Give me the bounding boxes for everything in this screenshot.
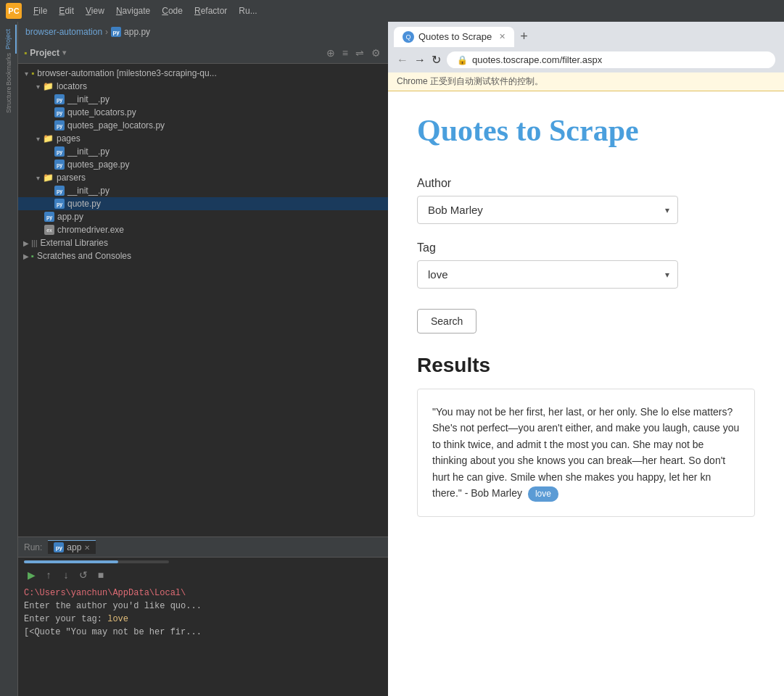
- breadcrumb: browser-automation › py app.py: [18, 22, 388, 42]
- run-tab-icon: py: [54, 542, 64, 552]
- tree-quote-locators-label: quote_locators.py: [67, 107, 136, 117]
- tree-parsers[interactable]: ▾ 📁 parsers: [18, 171, 388, 184]
- menu-refactor[interactable]: Refactor: [190, 4, 231, 17]
- back-btn[interactable]: ←: [397, 54, 408, 67]
- tree-quote-locators[interactable]: py quote_locators.py: [18, 106, 388, 119]
- toolbar-structure-btn[interactable]: ≡: [341, 46, 350, 60]
- tree-quotes-page-locators[interactable]: py quotes_page_locators.py: [18, 119, 388, 132]
- tree-folder-icon-pages: 📁: [43, 133, 54, 144]
- automation-bar: Chrome 正受到自动测试软件的控制。: [388, 72, 784, 91]
- run-tab-bar: Run: py app ✕: [18, 537, 388, 558]
- quote-tag[interactable]: love: [528, 486, 558, 502]
- tree-py-icon-4: py: [54, 146, 65, 157]
- run-stop-btn[interactable]: ■: [94, 568, 108, 582]
- tree-quotes-page[interactable]: py quotes_page.py: [18, 158, 388, 171]
- tree-pages[interactable]: ▾ 📁 pages: [18, 132, 388, 145]
- sidebar-project-icon[interactable]: Project: [1, 25, 17, 54]
- terminal-line-1: C:\Users\yanchun\AppData\Local\: [24, 587, 382, 600]
- tree-py-icon: py: [54, 94, 65, 104]
- run-tab[interactable]: py app ✕: [48, 540, 96, 554]
- py-file-icon: py: [111, 27, 121, 37]
- menu-file[interactable]: File: [29, 4, 51, 17]
- results-title: Results: [417, 354, 755, 377]
- run-up-btn[interactable]: ↑: [41, 568, 56, 582]
- sidebar-bookmarks-icon[interactable]: Bookmarks: [1, 55, 17, 84]
- author-select[interactable]: Bob Marley: [417, 196, 678, 224]
- menu-view[interactable]: View: [81, 4, 109, 17]
- file-tree: ▾ ▪ browser-automation [milestone3-scrap…: [18, 64, 388, 536]
- tree-folder-icon-locators: 📁: [43, 81, 54, 91]
- tree-py-icon-7: py: [54, 199, 65, 209]
- project-label: ▪ Project ▾: [24, 48, 66, 58]
- author-group: Author Bob Marley ▾: [417, 177, 755, 224]
- toolbar-split-btn[interactable]: ⇌: [354, 46, 366, 60]
- tree-locators-init[interactable]: py __init__.py: [18, 93, 388, 106]
- reload-btn[interactable]: ↻: [432, 53, 441, 67]
- tree-arrow-ext: ▶: [21, 239, 31, 247]
- tree-chromedriver[interactable]: ex chromedriver.exe: [18, 223, 388, 236]
- bottom-panel: Run: py app ✕ ▶ ↑ ↓ ↺ ■: [18, 536, 388, 696]
- sidebar-icons: Project Bookmarks Structure: [0, 22, 18, 696]
- tree-root[interactable]: ▾ ▪ browser-automation [milestone3-scrap…: [18, 67, 388, 80]
- tree-pages-init-label: __init__.py: [67, 146, 110, 157]
- tree-quote-py-label: quote.py: [67, 199, 101, 209]
- sidebar-structure-icon[interactable]: Structure: [1, 86, 17, 115]
- tree-arrow-root: ▾: [21, 70, 31, 78]
- progress-bar-wrap: [24, 560, 169, 563]
- terminal-output: C:\Users\yanchun\AppData\Local\ Enter th…: [18, 584, 388, 696]
- menu-navigate[interactable]: Navigate: [112, 4, 154, 17]
- tree-external-libs[interactable]: ▶ ||| External Libraries: [18, 236, 388, 249]
- tree-parsers-init[interactable]: py __init__.py: [18, 184, 388, 197]
- tree-arrow-pages: ▾: [33, 135, 43, 143]
- tree-quote-py[interactable]: py quote.py: [18, 197, 388, 210]
- run-tab-label: app: [67, 542, 81, 552]
- run-tab-close[interactable]: ✕: [84, 544, 90, 552]
- tree-pages-init[interactable]: py __init__.py: [18, 145, 388, 158]
- tree-locators[interactable]: ▾ 📁 locators: [18, 80, 388, 93]
- tree-py-icon-8: py: [44, 212, 54, 222]
- menu-edit[interactable]: Edit: [54, 4, 78, 17]
- breadcrumb-file[interactable]: py app.py: [111, 27, 150, 37]
- toolbar-add-btn[interactable]: ⊕: [325, 46, 337, 60]
- run-rerun-btn[interactable]: ↺: [76, 568, 91, 582]
- menu-run[interactable]: Ru...: [234, 4, 261, 17]
- toolbar-settings-btn[interactable]: ⚙: [370, 46, 382, 60]
- tag-label: Tag: [417, 241, 755, 254]
- tree-scratches[interactable]: ▶ ▪ Scratches and Consoles: [18, 249, 388, 262]
- tree-locators-label: locators: [57, 81, 87, 91]
- project-dropdown-arrow[interactable]: ▾: [62, 49, 66, 57]
- tab-favicon: Q: [403, 31, 414, 43]
- url-bar[interactable]: 🔒 quotes.toscrape.com/filter.aspx: [447, 51, 775, 68]
- terminal-line-2: Enter the author you'd like quo...: [24, 600, 382, 613]
- tag-select-wrapper: love ▾: [417, 260, 678, 289]
- browser-chrome: Q Quotes to Scrape ✕ + ← → ↻ 🔒 quotes.to…: [388, 22, 784, 91]
- tab-close-btn[interactable]: ✕: [499, 32, 506, 41]
- breadcrumb-project[interactable]: browser-automation: [25, 27, 102, 37]
- run-play-btn[interactable]: ▶: [24, 568, 38, 582]
- tree-pages-label: pages: [57, 133, 81, 144]
- menu-code[interactable]: Code: [157, 4, 187, 17]
- tree-root-label: browser-automation [milestone3-scraping-…: [37, 68, 216, 78]
- tree-folder-icon-root: ▪: [31, 68, 34, 78]
- quote-text: "You may not be her first, her last, or …: [432, 406, 739, 499]
- search-button[interactable]: Search: [417, 309, 476, 334]
- forward-btn[interactable]: →: [414, 54, 426, 67]
- breadcrumb-separator: ›: [105, 27, 108, 37]
- tab-title: Quotes to Scrape: [418, 31, 492, 42]
- url-text[interactable]: quotes.toscrape.com/filter.aspx: [472, 54, 602, 65]
- tree-parsers-init-label: __init__.py: [67, 186, 110, 196]
- automation-text: Chrome 正受到自动测试软件的控制。: [397, 76, 543, 86]
- tag-select[interactable]: love: [417, 260, 678, 289]
- tree-app-py[interactable]: py app.py: [18, 210, 388, 223]
- tag-group: Tag love ▾: [417, 241, 755, 289]
- browser-tab[interactable]: Q Quotes to Scrape ✕: [394, 27, 514, 47]
- tree-chromedriver-label: chromedriver.exe: [57, 225, 124, 235]
- tree-arrow-parsers: ▾: [33, 174, 43, 182]
- terminal-tag: love: [107, 614, 128, 624]
- new-tab-btn[interactable]: +: [517, 26, 531, 47]
- app-logo: PC: [6, 3, 22, 19]
- run-down-btn[interactable]: ↓: [59, 568, 73, 582]
- tree-parsers-label: parsers: [57, 173, 86, 183]
- tree-quotes-page-locators-label: quotes_page_locators.py: [67, 120, 165, 130]
- tree-py-icon-3: py: [54, 120, 65, 130]
